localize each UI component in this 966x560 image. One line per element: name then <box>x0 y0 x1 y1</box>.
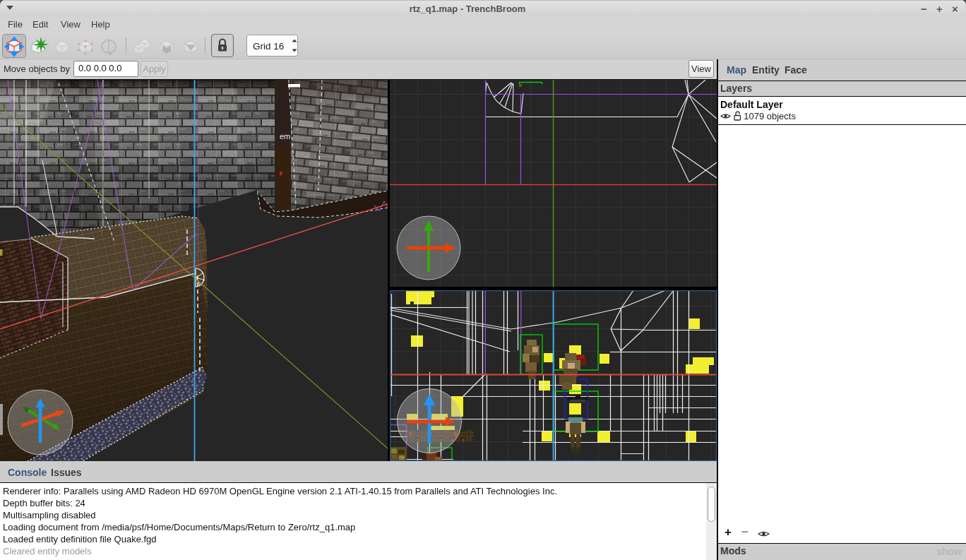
svg-text:em: em <box>280 132 290 141</box>
svg-text:Grid 16: Grid 16 <box>253 41 284 52</box>
